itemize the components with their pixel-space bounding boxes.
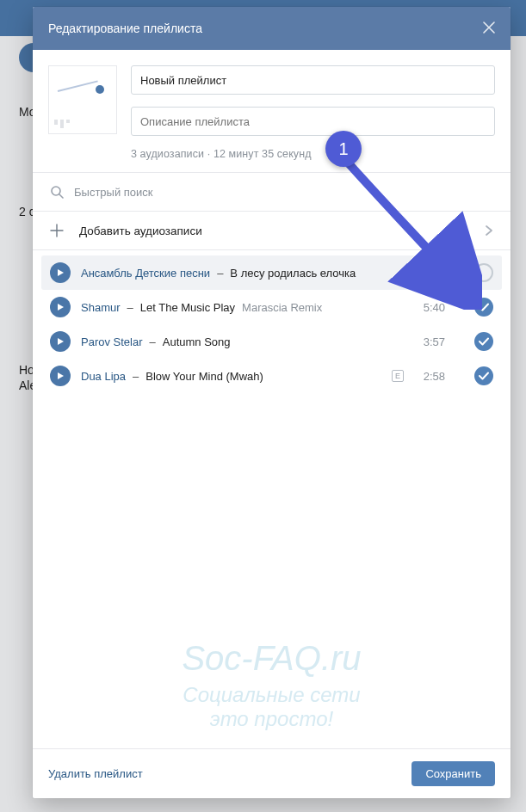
check-icon (479, 372, 489, 380)
track-duration: 5:40 (414, 301, 445, 314)
modal-header: Редактирование плейлиста (33, 7, 511, 50)
dash-separator: – (150, 335, 156, 348)
explicit-badge: E (392, 370, 404, 382)
dash-separator: – (217, 267, 223, 280)
play-icon (56, 337, 65, 346)
playlist-description-input[interactable] (131, 107, 495, 136)
track-list: Ансамбль Детские песни–В лесу родилась е… (33, 250, 511, 748)
dash-separator: – (127, 301, 133, 314)
track-row[interactable]: Parov Stelar–Autumn Song3:57 (41, 324, 502, 359)
track-selected-toggle[interactable] (474, 298, 493, 317)
track-content: Shamur–Let The Music PlayMarascia Remix (81, 301, 404, 314)
playlist-inputs: 3 аудиозаписи · 12 минут 35 секунд (131, 65, 495, 160)
track-duration: 2:09 (414, 264, 445, 277)
track-title: Autumn Song (163, 335, 231, 348)
track-remix: Marascia Remix (242, 301, 322, 314)
track-title: Blow Your Mind (Mwah) (145, 370, 263, 383)
track-row[interactable]: Dua Lipa–Blow Your Mind (Mwah)E2:58 (41, 359, 502, 393)
playlist-meta-section: 3 аудиозаписи · 12 минут 35 секунд (33, 50, 511, 172)
add-label: Добавить аудиозаписи (79, 225, 469, 237)
check-icon (479, 337, 489, 346)
track-duration-active: 2:09 (411, 264, 445, 281)
dash-separator: – (133, 370, 139, 383)
track-selected-toggle[interactable] (474, 263, 493, 282)
playlist-name-input[interactable] (131, 65, 495, 95)
play-button[interactable] (50, 262, 71, 283)
playlist-duration: 12 минут 35 секунд (213, 148, 312, 160)
track-title: В лесу родилась елочка (230, 267, 356, 280)
modal-footer: Удалить плейлист Сохранить (33, 748, 511, 798)
playlist-cover[interactable] (48, 65, 117, 134)
check-icon (479, 303, 489, 311)
delete-playlist-link[interactable]: Удалить плейлист (48, 767, 143, 780)
track-artist[interactable]: Ансамбль Детские песни (81, 267, 210, 280)
save-button[interactable]: Сохранить (412, 761, 495, 786)
track-duration: 2:58 (414, 370, 445, 383)
track-duration: 3:57 (414, 335, 445, 348)
track-artist[interactable]: Parov Stelar (81, 335, 143, 348)
track-row[interactable]: Ансамбль Детские песни–В лесу родилась е… (41, 255, 502, 290)
track-selected-toggle[interactable] (474, 366, 493, 385)
track-artist[interactable]: Shamur (81, 301, 121, 314)
play-icon (56, 372, 65, 380)
play-button[interactable] (50, 331, 71, 352)
track-artist[interactable]: Dua Lipa (81, 370, 126, 383)
search-row (33, 173, 511, 211)
play-icon (56, 303, 65, 311)
play-icon (56, 268, 65, 277)
plus-icon (50, 224, 64, 237)
track-row[interactable]: Shamur–Let The Music PlayMarascia Remix5… (41, 290, 502, 324)
track-selected-toggle[interactable] (474, 332, 493, 351)
playlist-edit-modal: Редактирование плейлиста 3 аудиозаписи ·… (33, 7, 511, 798)
play-button[interactable] (50, 297, 71, 317)
close-button[interactable] (483, 22, 495, 36)
modal-title: Редактирование плейлиста (48, 22, 483, 35)
playlist-stats: 3 аудиозаписи · 12 минут 35 секунд (131, 148, 495, 160)
progress-indicator (411, 280, 445, 281)
play-button[interactable] (50, 366, 71, 386)
search-input[interactable] (74, 186, 493, 199)
track-title: Let The Music Play (140, 301, 235, 314)
close-icon (483, 22, 495, 34)
search-icon (50, 185, 64, 199)
track-content: Parov Stelar–Autumn Song (81, 335, 404, 348)
chevron-right-icon (485, 225, 493, 237)
track-content: Dua Lipa–Blow Your Mind (Mwah) (81, 370, 381, 383)
track-count: 3 аудиозаписи (131, 148, 204, 160)
add-tracks-button[interactable]: Добавить аудиозаписи (33, 212, 511, 249)
track-content: Ансамбль Детские песни–В лесу родилась е… (81, 267, 400, 280)
